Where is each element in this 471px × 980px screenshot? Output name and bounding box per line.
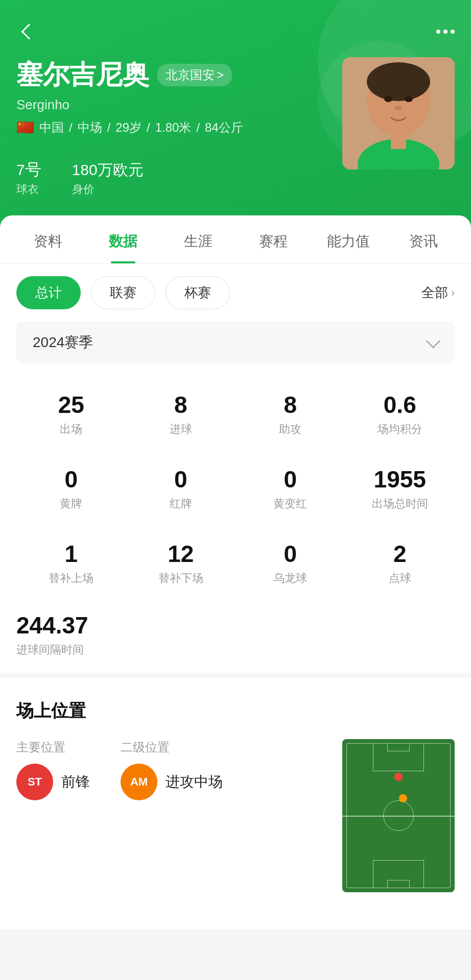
stat-num-goals: 8 [131,393,231,416]
stat-penalty: 2 点球 [345,527,455,601]
primary-badge: ST [16,764,53,800]
player-photo-placeholder [342,57,455,169]
jersey-stat: 7号 球衣 [16,151,41,197]
stat-goals: 8 进球 [126,378,236,452]
weight-label: 84公斤 [205,119,243,136]
top-bar [16,20,455,43]
stat-label-assists: 助攻 [241,422,340,437]
primary-position-name: 前锋 [61,772,90,792]
dot-3 [451,30,455,34]
separator-3: / [147,120,150,135]
chevron-right-icon: › [451,286,455,300]
field-dot-secondary [399,794,407,802]
stat-label-goals: 进球 [131,422,231,437]
position-content: 主要位置 ST 前锋 二级位置 AM 进攻中场 [16,739,455,892]
dot-1 [436,30,440,34]
stat-label-sub-in: 替补上场 [21,571,121,586]
team-name: 北京国安 [166,67,215,83]
goal-interval-num: 244.37 [16,611,455,639]
football-field [342,739,455,892]
chevron-down-icon [426,334,440,348]
tab-profile[interactable]: 资料 [10,215,85,263]
stat-label-sub-out: 替补下场 [131,571,231,586]
stat-num-own-goal: 0 [241,542,340,566]
section-title: 场上位置 [16,699,455,723]
stat-own-goal: 0 乌龙球 [236,527,345,601]
stat-label-red: 红牌 [131,496,231,511]
primary-position-item: ST 前锋 [16,764,90,800]
player-stats-row: 7号 球衣 180万欧元 身价 [16,151,342,197]
stat-avg-score: 0.6 场均积分 [345,378,455,452]
filter-league[interactable]: 联赛 [91,276,155,309]
separator-4: / [196,120,200,135]
market-value: 180万欧元 [72,151,144,180]
value-label: 身价 [72,182,144,197]
player-header: 塞尔吉尼奥 北京国安 > Serginho 🇨🇳 中国 / 中场 / 29岁 /… [0,0,471,228]
goal-interval-label: 进球间隔时间 [16,642,455,657]
secondary-position-col: 二级位置 AM 进攻中场 [121,739,223,813]
stat-num-sub-in: 1 [21,542,121,566]
stat-appearances: 25 出场 [16,378,126,452]
separator-1: / [69,120,73,135]
stat-label-total-time: 出场总时间 [350,496,450,511]
player-name-row: 塞尔吉尼奥 北京国安 > [16,57,342,93]
jersey-sublabel: 球衣 [16,182,41,197]
player-attributes: 🇨🇳 中国 / 中场 / 29岁 / 1.80米 / 84公斤 [16,119,342,136]
season-selector[interactable]: 2024赛季 [16,322,455,363]
team-arrow: > [217,68,224,82]
back-icon [21,23,37,39]
tab-stats[interactable]: 数据 [85,215,160,263]
stat-num-appearances: 25 [21,393,121,416]
stat-assists: 8 助攻 [236,378,345,452]
more-button[interactable] [436,30,455,34]
stat-label-own-goal: 乌龙球 [241,571,340,586]
tab-bar: 资料 数据 生涯 赛程 能力值 资讯 [0,215,471,264]
stat-num-sub-out: 12 [131,542,231,566]
player-photo [342,57,455,169]
svg-rect-7 [391,131,406,149]
stat-yellow: 0 黄牌 [16,452,126,527]
back-button[interactable] [16,20,39,43]
stats-grid: 25 出场 8 进球 8 助攻 0.6 场均积分 0 黄牌 0 红牌 0 黄变红… [0,368,471,611]
value-stat: 180万欧元 身价 [72,151,144,197]
stat-num-total-time: 1955 [350,468,450,491]
stat-yellow-red: 0 黄变红 [236,452,345,527]
nationality: 中国 [39,119,64,136]
position-left: 主要位置 ST 前锋 二级位置 AM 进攻中场 [16,739,326,813]
position-columns: 主要位置 ST 前锋 二级位置 AM 进攻中场 [16,739,326,813]
filter-cup[interactable]: 杯赛 [166,276,230,309]
team-badge[interactable]: 北京国安 > [157,64,232,86]
extra-stat-section: 244.37 进球间隔时间 [0,611,471,668]
stat-num-avg-score: 0.6 [350,393,450,416]
secondary-position-name: 进攻中场 [166,772,223,792]
stat-red: 0 红牌 [126,452,236,527]
separator-2: / [107,120,111,135]
stat-label-avg-score: 场均积分 [350,422,450,437]
tab-ability[interactable]: 能力值 [311,215,386,263]
primary-position-col: 主要位置 ST 前锋 [16,739,90,813]
stat-label-yellow: 黄牌 [21,496,121,511]
secondary-label: 二级位置 [121,739,223,755]
tab-career[interactable]: 生涯 [160,215,236,263]
season-label: 2024赛季 [33,333,93,352]
field-goal-bottom [387,880,410,888]
section-divider [0,673,471,678]
svg-point-3 [384,96,392,102]
field-dot-primary [394,773,403,781]
field-goal-top [387,743,410,751]
stat-label-penalty: 点球 [350,571,450,586]
player-name: 塞尔吉尼奥 [16,57,149,93]
stat-total-time: 1955 出场总时间 [345,452,455,527]
filter-row: 总计 联赛 杯赛 全部 › [0,264,471,322]
dot-2 [443,30,448,34]
stat-num-yellow-red: 0 [241,468,340,491]
tab-schedule[interactable]: 赛程 [236,215,311,263]
stat-label-appearances: 出场 [21,422,121,437]
tab-news[interactable]: 资讯 [386,215,461,263]
field-position-section: 场上位置 主要位置 ST 前锋 二级位置 AM 进攻 [0,683,471,909]
stat-sub-in: 1 替补上场 [16,527,126,601]
svg-point-4 [405,96,413,102]
filter-all[interactable]: 全部 › [421,284,455,302]
stat-label-yellow-red: 黄变红 [241,496,340,511]
filter-total[interactable]: 总计 [16,276,81,309]
